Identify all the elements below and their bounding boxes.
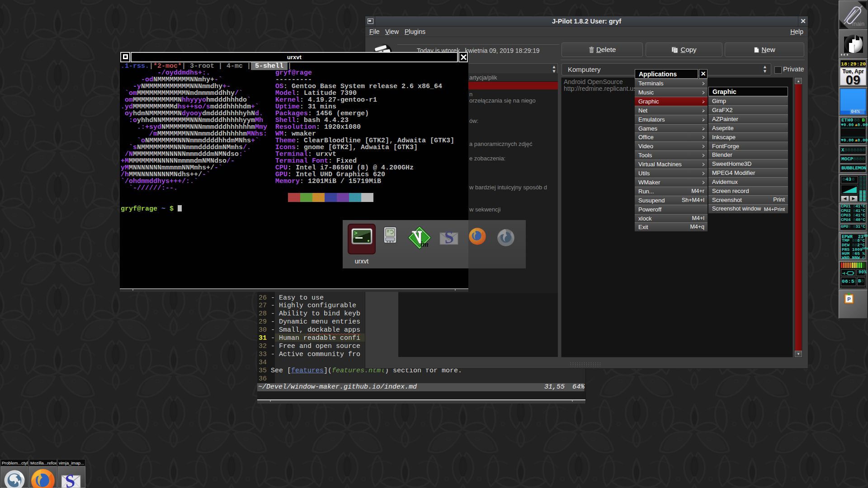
svg-text:im: im	[420, 240, 429, 249]
svg-text:main: main	[852, 21, 864, 27]
svg-text:P: P	[847, 296, 850, 302]
